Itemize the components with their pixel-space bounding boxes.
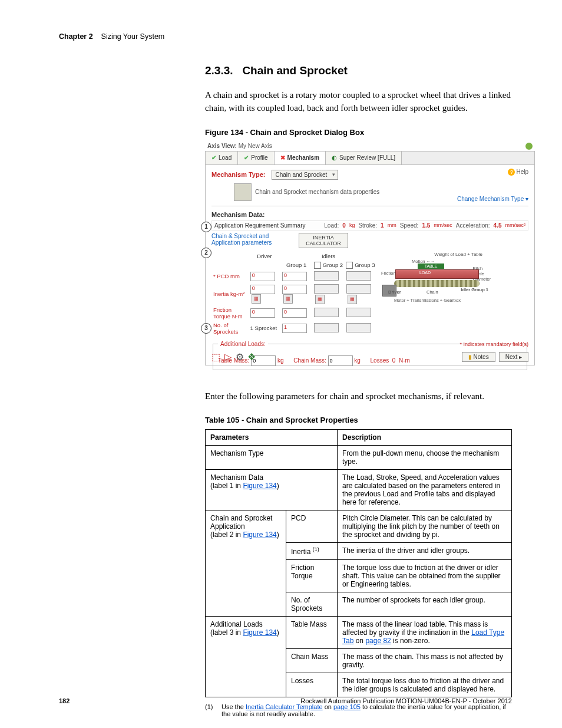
inertia-calculator-button[interactable]: INERTIA CALCULATOR: [299, 233, 348, 248]
intro-paragraph: A chain and sprocket is a rotary motor c…: [205, 89, 512, 115]
calc-icon: ▦: [315, 295, 325, 304]
table-row: Mechanism Data (label 1 in Figure 134): [206, 470, 338, 510]
help-icon[interactable]: [525, 143, 533, 150]
footer-icon[interactable]: ⬚: [211, 352, 220, 362]
group3-checkbox[interactable]: [346, 262, 353, 269]
mechanism-type-label: Mechanism Type:: [211, 171, 266, 178]
inertia-driver-input[interactable]: 0: [250, 285, 275, 294]
params-link[interactable]: Chain & Sprocket and Application paramet…: [211, 233, 294, 246]
dialog-screenshot: Axis View: My New Axis ✔Load ✔Profile ✖M…: [205, 141, 535, 377]
review-icon: ◐: [332, 154, 337, 161]
properties-table: Parameters Description Mechanism Type Fr…: [205, 429, 512, 697]
inertia-template-link[interactable]: Inertia Calculator Template: [246, 703, 323, 710]
pcd-g2-input: [314, 271, 339, 281]
pcd-driver-input[interactable]: 0: [250, 272, 275, 281]
summary-bar: Application Requirement Summary Load:0kg…: [211, 220, 528, 230]
mechanism-type-dropdown[interactable]: Chain and Sprocket: [272, 170, 339, 180]
footer-icon[interactable]: ⚙: [236, 352, 244, 362]
chapter-title: Sizing Your System: [101, 32, 165, 41]
section-heading: 2.3.3. Chain and Sprocket: [205, 64, 512, 77]
page-number: 182: [59, 697, 70, 704]
figure-link[interactable]: Figure 134: [243, 628, 276, 637]
inertia-g1-input[interactable]: 0: [282, 285, 307, 294]
mechanism-diagram: Weight of Load + Table Motion ←→ Frictio…: [382, 252, 488, 317]
footnote: (1) Use the Inertia Calculator Template …: [205, 703, 512, 717]
x-icon: ✖: [280, 154, 285, 161]
dialog-tabs: ✔Load ✔Profile ✖Mechanism ◐Super Review …: [205, 151, 535, 165]
tab-profile[interactable]: ✔Profile: [238, 151, 274, 164]
check-icon: ✔: [244, 154, 249, 161]
callout-2: 2: [201, 248, 211, 258]
footer-icon[interactable]: ❖: [247, 352, 256, 362]
tab-load[interactable]: ✔Load: [206, 151, 238, 164]
table-row: Additional Loads (label 3 in Figure 134): [206, 617, 286, 697]
footer-icon[interactable]: ▷: [224, 352, 232, 362]
figure-caption: Figure 134 - Chain and Sprocket Dialog B…: [205, 128, 512, 137]
next-button[interactable]: Next ▸: [499, 352, 528, 362]
mechanism-icon: [234, 183, 252, 201]
page-link[interactable]: page 82: [365, 637, 391, 645]
group2-checkbox[interactable]: [314, 262, 321, 269]
publication-info: Rockwell Automation Publication MOTION-U…: [300, 697, 512, 704]
check-icon: ✔: [211, 154, 216, 161]
tab-super-review[interactable]: ◐Super Review [FULL]: [326, 151, 402, 164]
calc-icon: ▦: [348, 295, 357, 304]
callout-3: 3: [201, 323, 211, 334]
page-link[interactable]: page 105: [333, 703, 361, 710]
notes-button[interactable]: ▮ Notes: [462, 352, 495, 362]
pcd-g3-input: [346, 271, 371, 281]
figure-link[interactable]: Figure 134: [243, 482, 276, 490]
help-link[interactable]: ?Help: [508, 169, 528, 176]
page-header: Chapter 2 Sizing Your System: [59, 32, 512, 41]
ft-driver-input[interactable]: 0: [250, 308, 275, 318]
after-figure-text: Enter the following parameters for chain…: [205, 390, 512, 403]
chapter-label: Chapter 2: [59, 32, 93, 41]
pcd-g1-input[interactable]: 0: [282, 272, 307, 281]
mandatory-note: * Indicates mandatory field(s): [459, 341, 528, 347]
table-row: Chain and Sprocket Application (label 2 …: [206, 510, 286, 617]
mechanism-data-label: Mechanism Data:: [211, 211, 528, 218]
calc-icon[interactable]: ▦: [283, 294, 293, 304]
callout-1: 1: [201, 222, 211, 232]
nspr-g1-input[interactable]: 1: [282, 324, 307, 333]
tab-mechanism[interactable]: ✖Mechanism: [275, 151, 326, 164]
page-footer: 182 Rockwell Automation Publication MOTI…: [59, 697, 512, 704]
table-caption: Table 105 - Chain and Sprocket Propertie…: [205, 416, 512, 424]
change-mechanism-link[interactable]: Change Mechanism Type ▾: [457, 196, 528, 202]
figure-link[interactable]: Figure 134: [243, 531, 276, 539]
ft-g1-input[interactable]: 0: [282, 308, 307, 318]
calc-icon[interactable]: ▦: [252, 294, 261, 304]
